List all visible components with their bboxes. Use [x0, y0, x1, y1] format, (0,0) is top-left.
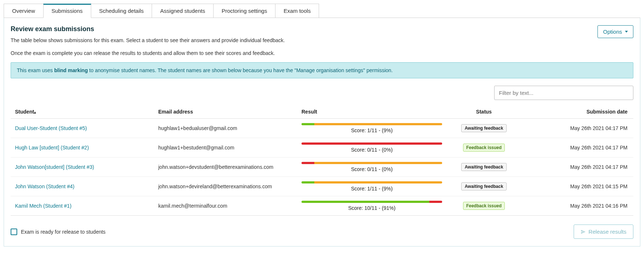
result-segment-red [301, 142, 442, 145]
score-text: Score: 0/11 - (0%) [301, 147, 442, 153]
result-cell: Score: 1/11 - (9%) [297, 177, 447, 196]
chevron-down-icon [625, 31, 628, 33]
release-ready-label: Exam is ready for release to students [21, 229, 106, 235]
submission-date: May 26th 2021 04:17 PM [521, 119, 633, 138]
page-title: Review exam submissions [11, 25, 285, 33]
col-status[interactable]: Status [447, 105, 521, 119]
submission-date: May 26th 2021 04:17 PM [521, 138, 633, 157]
result-bar [301, 162, 442, 164]
email-cell: hughlaw1+bedualuser@gmail.com [154, 119, 297, 138]
student-link[interactable]: Hugh Law [student] (Student #2) [15, 145, 89, 151]
score-text: Score: 1/11 - (9%) [301, 127, 442, 133]
release-ready-checkbox[interactable]: Exam is ready for release to students [11, 229, 106, 235]
score-text: Score: 0/11 - (0%) [301, 166, 442, 172]
status-badge: Awaiting feedback [461, 163, 506, 171]
submission-date: May 26th 2021 04:17 PM [521, 157, 633, 177]
result-segment-green [301, 123, 314, 125]
result-segment-red [301, 162, 314, 164]
student-link[interactable]: John Watson[student] (Student #3) [15, 164, 94, 170]
page-desc-1: The table below shows submissions for th… [11, 37, 285, 44]
result-segment-orange [314, 162, 442, 164]
options-button[interactable]: Options [597, 25, 633, 38]
page-desc-2: Once the exam is complete you can releas… [11, 49, 285, 57]
email-cell: john.watson+devireland@betterexamination… [154, 177, 297, 196]
result-cell: Score: 0/11 - (0%) [297, 138, 447, 157]
table-row: Hugh Law [student] (Student #2)hughlaw1+… [11, 138, 633, 157]
table-row: John Watson (Student #4)john.watson+devi… [11, 177, 633, 196]
submissions-panel: Review exam submissions The table below … [4, 18, 640, 246]
student-link[interactable]: Dual User-Student (Student #5) [15, 125, 87, 131]
tab-exam-tools[interactable]: Exam tools [275, 4, 319, 18]
send-icon [581, 229, 586, 234]
result-bar [301, 142, 442, 145]
status-badge: Awaiting feedback [461, 182, 506, 190]
col-result[interactable]: Result [297, 105, 447, 119]
table-row: John Watson[student] (Student #3)john.wa… [11, 157, 633, 177]
banner-suffix: to anonymise student names. The student … [88, 67, 393, 73]
result-segment-green [301, 201, 429, 203]
result-segment-green [301, 181, 314, 183]
email-cell: john.watson+devstudent@betterexamination… [154, 157, 297, 177]
result-bar [301, 201, 442, 203]
checkbox-icon [11, 229, 17, 235]
result-cell: Score: 10/11 - (91%) [297, 196, 447, 216]
release-results-label: Release results [589, 229, 626, 235]
tabs: Overview Submissions Scheduling details … [4, 4, 640, 18]
status-badge: Feedback issued [463, 144, 505, 152]
col-email[interactable]: Email address [154, 105, 297, 119]
col-date[interactable]: Submission date [521, 105, 633, 119]
result-segment-red [429, 201, 442, 203]
result-segment-orange [314, 123, 442, 125]
score-text: Score: 1/11 - (9%) [301, 186, 442, 192]
email-cell: hughlaw1+bestudent@gmail.com [154, 138, 297, 157]
result-cell: Score: 0/11 - (0%) [297, 157, 447, 177]
tab-assigned-students[interactable]: Assigned students [152, 4, 214, 18]
blind-marking-banner: This exam uses blind marking to anonymis… [11, 62, 633, 78]
student-link[interactable]: John Watson (Student #4) [15, 183, 74, 189]
score-text: Score: 10/11 - (91%) [301, 205, 442, 211]
table-row: Kamil Mech (Student #1)kamil.mech@termin… [11, 196, 633, 216]
options-label: Options [603, 29, 622, 35]
result-cell: Score: 1/11 - (9%) [297, 119, 447, 138]
tab-scheduling-details[interactable]: Scheduling details [91, 4, 152, 18]
banner-bold: blind marking [54, 67, 88, 73]
email-cell: kamil.mech@terminalfour.com [154, 196, 297, 216]
submissions-table: Student▴ Email address Result Status Sub… [11, 105, 633, 216]
status-badge: Feedback issued [463, 202, 505, 210]
submission-date: May 26th 2021 04:15 PM [521, 177, 633, 196]
result-bar [301, 181, 442, 183]
tab-submissions[interactable]: Submissions [43, 4, 91, 18]
result-segment-orange [314, 181, 442, 183]
table-row: Dual User-Student (Student #5)hughlaw1+b… [11, 119, 633, 138]
col-student[interactable]: Student▴ [11, 105, 154, 119]
tab-overview[interactable]: Overview [4, 4, 44, 18]
banner-prefix: This exam uses [17, 67, 54, 73]
tab-proctoring-settings[interactable]: Proctoring settings [213, 4, 275, 18]
result-bar [301, 123, 442, 125]
student-link[interactable]: Kamil Mech (Student #1) [15, 203, 71, 209]
filter-input[interactable] [494, 86, 633, 100]
release-results-button[interactable]: Release results [574, 225, 633, 239]
status-badge: Awaiting feedback [461, 124, 506, 132]
submission-date: May 26th 2021 04:16 PM [521, 196, 633, 216]
sort-asc-icon: ▴ [34, 110, 36, 114]
